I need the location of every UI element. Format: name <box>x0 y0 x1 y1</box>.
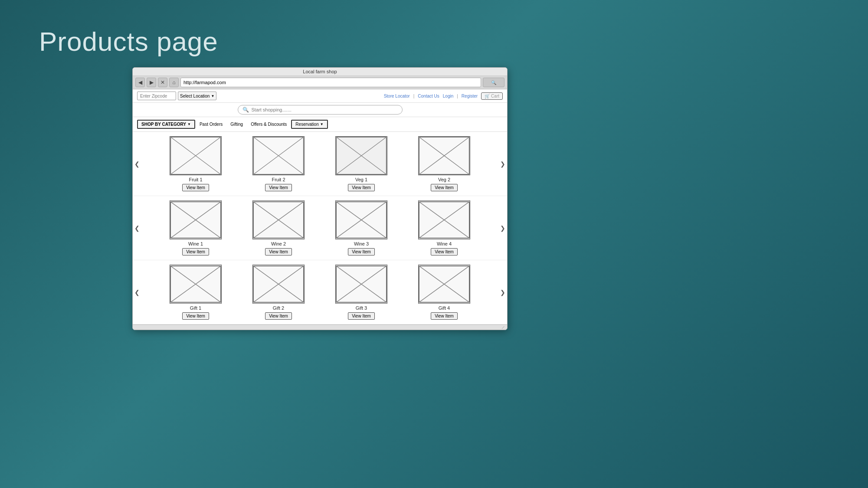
category-nav: SHOP BY CATEGORY ▼ Past Orders Gifting O… <box>133 117 507 132</box>
product-image-fruit1 <box>170 136 222 175</box>
browser-search-button[interactable]: 🔍 <box>483 78 504 87</box>
top-nav-right: Store Locator | Contact Us Login | Regis… <box>384 92 503 100</box>
cart-label: Cart <box>491 94 499 98</box>
product-image-gift4 <box>418 265 470 304</box>
search-row: 🔍 <box>133 103 507 117</box>
contact-us-link[interactable]: Contact Us <box>418 94 439 98</box>
product-name: Wine 2 <box>271 241 286 246</box>
home-button[interactable]: ⌂ <box>169 78 179 87</box>
browser-title: Local farm shop <box>303 69 337 74</box>
location-dropdown[interactable]: Select Location ▼ <box>178 92 216 100</box>
zipcode-input[interactable] <box>137 92 176 100</box>
view-item-button[interactable]: View Item <box>182 184 209 191</box>
row3-left-arrow[interactable]: ❮ <box>133 289 141 296</box>
list-item: Fruit 2 View Item <box>239 136 319 191</box>
product-name: Gift 4 <box>439 305 450 311</box>
list-item: Gift 3 View Item <box>321 265 402 320</box>
row1-left-arrow[interactable]: ❮ <box>133 160 141 167</box>
chevron-down-icon: ▼ <box>211 94 214 98</box>
shop-by-category-button[interactable]: SHOP BY CATEGORY ▼ <box>137 120 195 129</box>
product-name: Wine 3 <box>354 241 369 246</box>
row3-products: Gift 1 View Item Gift 2 View Item <box>141 263 498 321</box>
product-row-1: ❮ Fruit 1 View Item <box>133 132 507 196</box>
product-image-veg2 <box>418 136 470 175</box>
past-orders-tab[interactable]: Past Orders <box>196 121 226 128</box>
product-name: Fruit 2 <box>272 177 285 182</box>
row1-products: Fruit 1 View Item Fruit 2 View Item <box>141 134 498 193</box>
close-icon: ✕ <box>160 79 165 85</box>
list-item: Wine 4 View Item <box>404 200 485 255</box>
view-item-button[interactable]: View Item <box>265 184 292 191</box>
view-item-button[interactable]: View Item <box>265 312 292 320</box>
product-name: Fruit 1 <box>189 177 202 182</box>
location-label: Select Location <box>180 94 210 98</box>
search-bar-wrapper: 🔍 <box>238 105 403 115</box>
browser-scrollbar: ⟋ <box>133 324 507 330</box>
list-item: Wine 3 View Item <box>321 200 402 255</box>
row3-right-arrow[interactable]: ❯ <box>498 289 507 296</box>
product-name: Gift 1 <box>190 305 201 311</box>
view-item-button[interactable]: View Item <box>431 312 458 320</box>
view-item-button[interactable]: View Item <box>431 248 458 255</box>
product-image-gift2 <box>252 265 305 304</box>
search-icon: 🔍 <box>491 80 496 85</box>
slide-title: Products page <box>0 0 868 57</box>
browser-window: Local farm shop ◀ ▶ ✕ ⌂ 🔍 Select Locatio… <box>132 67 508 330</box>
product-name: Gift 2 <box>273 305 284 311</box>
login-link[interactable]: Login <box>443 94 453 98</box>
product-row-2: ❮ Wine 1 View Item <box>133 196 507 260</box>
cart-button[interactable]: 🛒 Cart <box>481 92 503 100</box>
product-image-fruit2 <box>252 136 305 175</box>
category-chevron-icon: ▼ <box>187 122 191 126</box>
list-item: Fruit 1 View Item <box>156 136 236 191</box>
product-image-wine3 <box>335 200 387 239</box>
browser-title-bar: Local farm shop <box>133 68 507 76</box>
forward-button[interactable]: ▶ <box>147 78 156 87</box>
product-row-3: ❮ Gift 1 View Item <box>133 260 507 324</box>
search-icon: 🔍 <box>242 107 249 113</box>
gifting-label: Gifting <box>230 122 243 127</box>
list-item: Veg 2 View Item <box>404 136 485 191</box>
shop-by-category-label: SHOP BY CATEGORY <box>141 122 186 127</box>
url-bar[interactable] <box>180 78 481 87</box>
product-name: Gift 3 <box>356 305 367 311</box>
search-input[interactable] <box>252 107 398 112</box>
close-button[interactable]: ✕ <box>158 78 167 87</box>
register-link[interactable]: Register <box>462 94 478 98</box>
view-item-button[interactable]: View Item <box>431 184 458 191</box>
view-item-button[interactable]: View Item <box>348 184 375 191</box>
reservation-chevron-icon: ▼ <box>320 122 324 126</box>
product-image-veg1 <box>335 136 387 175</box>
product-image-wine4 <box>418 200 470 239</box>
gifting-tab[interactable]: Gifting <box>227 121 246 128</box>
product-image-wine1 <box>170 200 222 239</box>
site-content: Select Location ▼ Store Locator | Contac… <box>133 89 507 324</box>
row2-right-arrow[interactable]: ❯ <box>498 225 507 232</box>
row2-left-arrow[interactable]: ❮ <box>133 225 141 232</box>
view-item-button[interactable]: View Item <box>265 248 292 255</box>
row2-products: Wine 1 View Item Wine 2 View Item <box>141 199 498 257</box>
row1-right-arrow[interactable]: ❯ <box>498 160 507 167</box>
view-item-button[interactable]: View Item <box>348 312 375 320</box>
offers-tab[interactable]: Offers & Discounts <box>247 121 290 128</box>
reservation-label: Reservation <box>295 122 318 127</box>
back-button[interactable]: ◀ <box>135 78 145 87</box>
view-item-button[interactable]: View Item <box>182 248 209 255</box>
product-image-gift3 <box>335 265 387 304</box>
product-image-gift1 <box>170 265 222 304</box>
list-item: Wine 2 View Item <box>239 200 319 255</box>
list-item: Veg 1 View Item <box>321 136 402 191</box>
view-item-button[interactable]: View Item <box>182 312 209 320</box>
back-icon: ◀ <box>138 79 142 85</box>
scrollbar-icon: ⟋ <box>501 325 505 330</box>
list-item: Gift 4 View Item <box>404 265 485 320</box>
product-name: Veg 2 <box>438 177 450 182</box>
offers-label: Offers & Discounts <box>251 122 287 127</box>
browser-nav-bar: ◀ ▶ ✕ ⌂ 🔍 <box>133 76 507 89</box>
store-locator-link[interactable]: Store Locator <box>384 94 410 98</box>
reservation-button[interactable]: Reservation ▼ <box>291 120 328 129</box>
view-item-button[interactable]: View Item <box>348 248 375 255</box>
cart-icon: 🛒 <box>485 94 490 98</box>
home-icon: ⌂ <box>172 79 175 85</box>
product-image-wine2 <box>252 200 305 239</box>
